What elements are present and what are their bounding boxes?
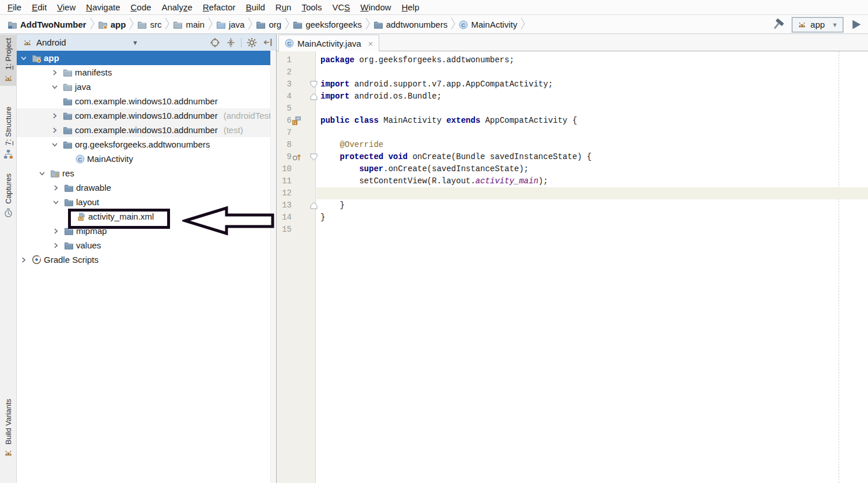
menu-code[interactable]: Code bbox=[126, 0, 157, 14]
chevron-expanded-icon[interactable] bbox=[50, 198, 62, 207]
menu-vcs[interactable]: VCS bbox=[327, 0, 355, 14]
tree-item-layout[interactable]: layout bbox=[17, 195, 276, 209]
breadcrumb-java[interactable]: java bbox=[214, 20, 247, 29]
code-token: setContentView(R.layout. bbox=[320, 176, 475, 186]
breadcrumb-addtwonumbers[interactable]: addtwonumbers bbox=[372, 20, 450, 29]
menu-window[interactable]: Window bbox=[355, 0, 396, 14]
tree-item-mainactivity[interactable]: CMainActivity bbox=[17, 152, 276, 166]
hide-panel-icon[interactable] bbox=[262, 37, 273, 48]
stripe-tab-label: Build Variants bbox=[4, 399, 13, 444]
chevron-collapsed-icon[interactable] bbox=[49, 68, 61, 77]
res-folder-icon bbox=[50, 169, 60, 178]
chevron-collapsed-icon[interactable] bbox=[18, 255, 29, 265]
folder-blue-icon bbox=[216, 20, 226, 29]
chevron-expanded-icon[interactable] bbox=[49, 82, 61, 92]
stripe-tab-label: Captures bbox=[4, 173, 13, 204]
tree-item-label: app bbox=[44, 53, 59, 63]
line-number: 10 bbox=[282, 163, 292, 175]
chevron-collapsed-icon[interactable] bbox=[50, 227, 62, 236]
chevron-expanded-icon[interactable] bbox=[36, 169, 48, 178]
run-button[interactable] bbox=[850, 18, 862, 31]
stripe-tab-7-structure[interactable]: 7: Structure bbox=[0, 103, 16, 163]
menu-view[interactable]: View bbox=[52, 0, 81, 14]
build-hammer-icon[interactable] bbox=[772, 18, 785, 31]
menu-help[interactable]: Help bbox=[397, 0, 425, 14]
tree-item-values[interactable]: values bbox=[17, 238, 276, 252]
code-token: } bbox=[320, 201, 345, 210]
breadcrumb-geeksforgeeks[interactable]: geeksforgeeks bbox=[291, 20, 364, 29]
chevron-collapsed-icon[interactable] bbox=[50, 183, 62, 193]
tree-item-activity-main-xml[interactable]: activity_main.xml bbox=[17, 209, 276, 224]
stripe-tab-build-variants[interactable]: Build Variants bbox=[0, 395, 16, 461]
module-folder-icon bbox=[32, 54, 41, 63]
breadcrumb-addtwonumber[interactable]: AddTwoNumber bbox=[6, 20, 88, 29]
tree-item-org-geeksforgeeks-addtwonumbers[interactable]: org.geeksforgeeks.addtwonumbers bbox=[17, 137, 276, 152]
editor-tab-bar: C MainActivity.java × bbox=[277, 34, 868, 51]
code-token: protected bbox=[340, 152, 384, 161]
breadcrumb-src[interactable]: src bbox=[135, 20, 163, 29]
tree-item-java[interactable]: java bbox=[17, 80, 276, 94]
tab-mainactivity-java[interactable]: C MainActivity.java × bbox=[278, 35, 379, 51]
chevron-collapsed-icon[interactable] bbox=[50, 241, 62, 250]
stripe-tab-1-project[interactable]: 1: Project bbox=[0, 35, 16, 86]
breadcrumb-app[interactable]: app bbox=[96, 20, 128, 29]
override-icon[interactable] bbox=[292, 152, 301, 162]
gutter-row: 7 bbox=[277, 127, 315, 139]
tree-item-label: Gradle Scripts bbox=[44, 255, 99, 265]
tree-item-com-example-windows10-addnumber[interactable]: com.example.windows10.addnumber(test) bbox=[17, 123, 276, 137]
chevron-slot bbox=[49, 97, 61, 106]
tree-item-manifests[interactable]: manifests bbox=[17, 65, 276, 80]
project-panel-header: Android ▼ ▼ bbox=[17, 34, 276, 51]
chevron-expanded-icon[interactable] bbox=[18, 54, 29, 63]
close-icon[interactable]: × bbox=[368, 39, 373, 48]
settings-gear-button[interactable]: ▼ bbox=[247, 37, 257, 48]
tree-item-drawable[interactable]: drawable bbox=[17, 180, 276, 195]
tree-item-label: layout bbox=[76, 197, 99, 207]
menu-edit[interactable]: Edit bbox=[27, 0, 52, 14]
menu-run[interactable]: Run bbox=[270, 0, 297, 14]
tree-item-gradle-scripts[interactable]: Gradle Scripts bbox=[17, 252, 276, 267]
code-token bbox=[349, 116, 354, 125]
menu-navigate[interactable]: Navigate bbox=[81, 0, 125, 14]
breadcrumb-separator-icon bbox=[207, 16, 213, 33]
breadcrumb-label: MainActivity bbox=[471, 20, 517, 29]
gutter-row: 3 bbox=[277, 78, 315, 90]
code-token bbox=[383, 152, 388, 161]
tree-item-res[interactable]: res bbox=[17, 166, 276, 180]
menu-build[interactable]: Build bbox=[240, 0, 270, 14]
stripe-tab-captures[interactable]: Captures bbox=[0, 170, 16, 221]
menu-refactor[interactable]: Refactor bbox=[198, 0, 241, 14]
collapse-all-icon[interactable] bbox=[225, 37, 236, 48]
menu-file[interactable]: File bbox=[2, 0, 27, 14]
menu-tools[interactable]: Tools bbox=[296, 0, 327, 14]
tree-item-suffix: (test) bbox=[224, 125, 243, 135]
gutter-row: 1 bbox=[277, 54, 315, 66]
breadcrumb-mainactivity[interactable]: CMainActivity bbox=[457, 20, 519, 29]
breadcrumb-label: main bbox=[186, 20, 205, 29]
tree-item-com-example-windows10-addnumber[interactable]: com.example.windows10.addnumber(androidT… bbox=[17, 108, 276, 123]
editor-body[interactable]: 123456789101112131415 package org.geeksf… bbox=[277, 51, 868, 483]
project-view-mode[interactable]: Android bbox=[36, 37, 66, 47]
breadcrumb-org[interactable]: org bbox=[254, 20, 283, 29]
chevron-down-icon[interactable]: ▼ bbox=[132, 39, 138, 46]
code-area[interactable]: package org.geeksforgeeks.addtwonumbers;… bbox=[316, 51, 868, 483]
code-line-3: import android.support.v7.app.AppCompatA… bbox=[320, 78, 868, 90]
scrollbar-track[interactable] bbox=[270, 51, 276, 483]
locate-file-icon[interactable] bbox=[210, 37, 220, 48]
tree-item-mipmap[interactable]: mipmap bbox=[17, 224, 276, 238]
line-number: 4 bbox=[287, 90, 292, 103]
tree-item-app[interactable]: app bbox=[17, 51, 276, 65]
tree-item-com-example-windows10-addnumber[interactable]: com.example.windows10.addnumber bbox=[17, 94, 276, 108]
code-line-15 bbox=[320, 224, 868, 236]
breadcrumb-main[interactable]: main bbox=[171, 20, 206, 29]
menu-analyze[interactable]: Analyze bbox=[156, 0, 197, 14]
layout-file-icon[interactable] bbox=[292, 116, 301, 126]
chevron-expanded-icon[interactable] bbox=[49, 140, 61, 149]
code-line-5 bbox=[320, 103, 868, 115]
chevron-collapsed-icon[interactable] bbox=[49, 111, 61, 120]
line-number: 3 bbox=[287, 78, 292, 90]
code-token: @Override bbox=[340, 140, 384, 149]
line-number: 13 bbox=[282, 199, 292, 212]
run-configuration-select[interactable]: app ▼ bbox=[792, 17, 843, 32]
chevron-collapsed-icon[interactable] bbox=[49, 126, 61, 135]
